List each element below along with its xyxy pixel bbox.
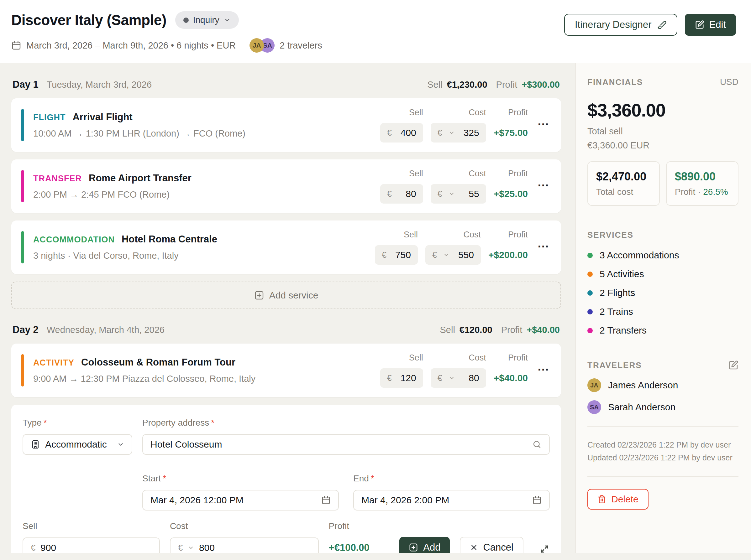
sell-value: 400 — [398, 127, 416, 138]
chevron-down-icon[interactable] — [448, 130, 455, 136]
add-service-button[interactable]: Add service — [11, 282, 561, 309]
cost-input[interactable]: € 80 — [431, 368, 486, 388]
delete-button-label: Delete — [611, 494, 638, 504]
delete-button[interactable]: Delete — [588, 489, 649, 509]
form-sell-input[interactable]: € 900 — [23, 537, 160, 553]
service-title: Rome Airport Transfer — [89, 173, 192, 184]
end-datetime-value: Mar 4, 2026 2:00 PM — [361, 495, 527, 505]
start-field-label: Start* — [142, 474, 339, 484]
expand-form-button[interactable] — [539, 544, 550, 553]
profit-column-label: Profit — [508, 230, 528, 240]
service-card-accommodation: ACCOMMODATION Hotel Roma Centrale 3 nigh… — [11, 220, 561, 274]
service-subtitle: 2:00 PM → 2:45 PM FCO (Rome) — [33, 189, 380, 200]
profit-column-label: Profit — [508, 353, 528, 363]
trash-icon — [597, 495, 606, 504]
status-dropdown[interactable]: Inquiry — [175, 11, 239, 29]
profit-column-label: Profit — [508, 169, 528, 179]
itinerary-designer-button[interactable]: Itinerary Designer — [564, 14, 677, 36]
service-title: Arrival Flight — [72, 112, 132, 123]
add-button-label: Add — [423, 542, 440, 553]
top-bar: Discover Italy (Sample) Inquiry March 3r… — [0, 0, 751, 63]
list-item: 2 Flights — [588, 287, 738, 298]
total-cost-box: $2,470.00 Total cost — [588, 161, 660, 206]
calendar-icon — [321, 496, 331, 505]
status-dot-icon — [184, 18, 189, 23]
sell-column-label: Sell — [409, 353, 423, 363]
cost-input[interactable]: € 325 — [431, 123, 486, 142]
service-type-bar — [21, 354, 24, 386]
profit-value: +$200.00 — [488, 245, 528, 265]
add-button[interactable]: Add — [399, 537, 450, 553]
edit-icon — [695, 20, 704, 29]
search-icon — [532, 440, 542, 449]
avatar: SA — [588, 400, 601, 414]
chevron-down-icon[interactable] — [448, 375, 455, 381]
sell-column-label: Sell — [404, 230, 418, 240]
day-label: Day 1 — [13, 79, 39, 90]
sell-input[interactable]: € 750 — [375, 245, 418, 265]
form-cost-label: Cost — [170, 521, 319, 531]
service-subtitle: 9:00 AM → 12:30 PM Piazza del Colosseo, … — [33, 374, 380, 384]
profit-box-label: Profit · 26.5% — [675, 187, 730, 197]
chevron-down-icon[interactable] — [443, 252, 449, 258]
plus-square-icon — [409, 543, 418, 552]
service-type-select[interactable]: Accommodatic — [23, 434, 132, 455]
sell-input[interactable]: € 120 — [380, 368, 423, 388]
form-cost-input[interactable]: € 800 — [170, 537, 319, 553]
activity-dot-icon — [588, 272, 593, 277]
list-item: 5 Activities — [588, 269, 738, 279]
total-sell-eur: €3,360.00 EUR — [588, 140, 738, 151]
itinerary-designer-label: Itinerary Designer — [575, 19, 652, 31]
service-type-bar — [21, 170, 24, 202]
day-1-header: Day 1 Tuesday, March 3rd, 2026 Sell €1,2… — [11, 79, 561, 98]
list-item: 3 Accommodations — [588, 250, 738, 261]
type-field-label: Type* — [23, 418, 132, 428]
sell-value: 120 — [398, 373, 416, 383]
cost-value: 325 — [461, 127, 479, 138]
start-datetime-input[interactable]: Mar 4, 2026 12:00 PM — [142, 490, 339, 511]
service-type-bar — [21, 231, 24, 263]
cancel-button[interactable]: Cancel — [460, 537, 523, 553]
service-title: Hotel Roma Centrale — [122, 234, 217, 245]
details-sidebar: FINANCIALS USD $3,360.00 Total sell €3,3… — [576, 63, 751, 553]
chevron-down-icon — [117, 441, 124, 448]
travelers-heading: TRAVELERS — [588, 360, 642, 370]
edit-button[interactable]: Edit — [685, 14, 736, 36]
day-date: Tuesday, March 3rd, 2026 — [47, 80, 152, 90]
cost-value: 80 — [461, 373, 479, 383]
status-label: Inquiry — [193, 15, 219, 25]
audit-info: Created 02/23/2026 1:22 PM by dev user U… — [588, 439, 738, 464]
end-datetime-input[interactable]: Mar 4, 2026 2:00 PM — [353, 490, 550, 511]
cost-value: 55 — [461, 188, 479, 199]
service-title: Colosseum & Roman Forum Tour — [81, 357, 235, 368]
sell-value: 80 — [398, 188, 416, 199]
list-item: 2 Transfers — [588, 325, 738, 336]
cost-column-label: Cost — [468, 169, 486, 179]
edit-icon — [728, 360, 738, 370]
cost-column-label: Cost — [468, 108, 486, 117]
chevron-down-icon[interactable] — [188, 545, 194, 551]
chevron-down-icon[interactable] — [448, 191, 455, 197]
traveler-name: James Anderson — [608, 380, 678, 391]
cost-input[interactable]: € 550 — [425, 245, 481, 265]
edit-travelers-button[interactable] — [728, 360, 738, 370]
service-card-flight: FLIGHT Arrival Flight 10:00 AM → 1:30 PM… — [11, 98, 561, 152]
currency-symbol: € — [438, 189, 442, 199]
sidebar-divider — [588, 426, 738, 426]
chevron-down-icon — [224, 17, 231, 23]
cancel-button-label: Cancel — [483, 542, 514, 553]
cost-input[interactable]: € 55 — [431, 184, 486, 204]
sell-input[interactable]: € 80 — [380, 184, 423, 204]
currency-symbol: € — [382, 250, 386, 260]
service-type-bar — [21, 109, 24, 141]
day-profit-value: +$300.00 — [522, 80, 560, 90]
travelers-count: 2 travelers — [280, 40, 322, 51]
currency-symbol: € — [432, 250, 437, 260]
header-left: Discover Italy (Sample) Inquiry March 3r… — [11, 11, 322, 53]
currency-symbol: € — [387, 373, 392, 383]
property-address-value: Hotel Colosseum — [151, 439, 527, 450]
currency-symbol: € — [438, 373, 442, 383]
sell-input[interactable]: € 400 — [380, 123, 423, 142]
profit-box-value: $890.00 — [675, 170, 730, 183]
property-address-input[interactable]: Hotel Colosseum — [142, 434, 550, 455]
